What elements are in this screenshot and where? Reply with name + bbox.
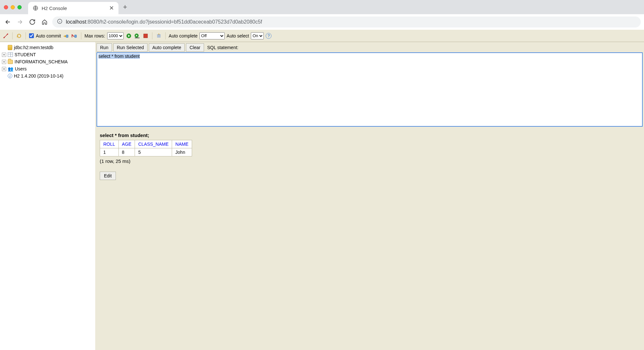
url-host: localhost xyxy=(66,19,86,25)
svg-rect-10 xyxy=(144,34,148,38)
cell-roll: 1 xyxy=(100,148,119,156)
column-header[interactable]: ROLL xyxy=(100,140,119,148)
tree-connection[interactable]: jdbc:h2:mem:testdb xyxy=(1,44,94,51)
globe-icon xyxy=(33,5,38,11)
browser-chrome: H2 Console ✕ + localhost:8080/h2-console… xyxy=(0,0,644,30)
cell-class-name: 5 xyxy=(135,148,172,156)
back-button[interactable] xyxy=(3,17,12,27)
new-tab-button[interactable]: + xyxy=(123,3,127,11)
tab-title: H2 Console xyxy=(42,5,106,11)
auto-commit-checkbox[interactable] xyxy=(29,33,34,38)
address-bar: localhost:8080/h2-console/login.do?jsess… xyxy=(0,14,644,30)
tree-label: INFORMATION_SCHEMA xyxy=(15,59,68,64)
site-info-icon[interactable] xyxy=(57,18,63,26)
close-window-button[interactable] xyxy=(4,5,8,9)
expand-icon[interactable]: + xyxy=(2,53,6,57)
separator xyxy=(152,32,152,39)
history-icon[interactable] xyxy=(156,33,162,39)
home-button[interactable] xyxy=(40,17,49,27)
sql-text: select * from student xyxy=(98,54,140,59)
separator xyxy=(12,32,13,39)
run-icon[interactable] xyxy=(126,33,132,39)
commit-icon[interactable] xyxy=(63,33,69,39)
forward-button[interactable] xyxy=(15,17,25,27)
auto-select-label: Auto select xyxy=(227,33,249,38)
separator xyxy=(81,32,81,39)
auto-complete-label: Auto complete xyxy=(169,33,198,38)
window-controls xyxy=(4,5,22,9)
auto-complete-button[interactable]: Auto complete xyxy=(149,43,185,52)
expand-icon[interactable]: + xyxy=(2,67,6,71)
folder-icon xyxy=(8,60,13,64)
svg-point-5 xyxy=(7,33,8,35)
tree-version: i H2 1.4.200 (2019-10-14) xyxy=(1,72,94,80)
sql-editor[interactable]: select * from student xyxy=(97,52,643,127)
edit-button[interactable]: Edit xyxy=(100,172,116,180)
info-icon: i xyxy=(8,74,12,78)
separator xyxy=(26,32,26,39)
table-header-row: ROLL AGE CLASS_NAME NAME xyxy=(100,140,192,148)
table-icon xyxy=(8,52,13,57)
tree-item-student[interactable]: + STUDENT xyxy=(1,51,94,58)
results-statement: select * from student; xyxy=(100,133,639,138)
auto-commit-label: Auto commit xyxy=(36,33,61,38)
tree-label: Users xyxy=(15,66,27,71)
run-button[interactable]: Run xyxy=(97,43,112,52)
refresh-icon[interactable] xyxy=(16,33,22,39)
cell-name: John xyxy=(172,148,192,156)
stop-icon[interactable] xyxy=(142,33,149,39)
version-label: H2 1.4.200 (2019-10-14) xyxy=(14,73,63,79)
svg-point-4 xyxy=(4,37,5,38)
maximize-window-button[interactable] xyxy=(17,5,22,9)
sidebar: jdbc:h2:mem:testdb + STUDENT + INFORMATI… xyxy=(0,42,95,350)
results-summary: (1 row, 25 ms) xyxy=(100,158,639,164)
expand-icon[interactable]: + xyxy=(2,60,6,64)
clear-button[interactable]: Clear xyxy=(186,43,204,52)
sql-toolbar: Run Run Selected Auto complete Clear SQL… xyxy=(95,42,644,52)
sql-statement-label: SQL statement: xyxy=(207,45,239,50)
auto-select-select[interactable]: On xyxy=(251,32,264,39)
url-field[interactable]: localhost:8080/h2-console/login.do?jsess… xyxy=(52,16,641,27)
svg-rect-7 xyxy=(75,35,77,37)
max-rows-label: Max rows: xyxy=(85,33,105,38)
tree-item-information-schema[interactable]: + INFORMATION_SCHEMA xyxy=(1,58,94,65)
rollback-icon[interactable] xyxy=(71,33,78,39)
help-icon[interactable]: ? xyxy=(266,33,271,39)
column-header[interactable]: NAME xyxy=(172,140,192,148)
table-row[interactable]: 1 8 5 John xyxy=(100,148,192,156)
column-header[interactable]: CLASS_NAME xyxy=(135,140,172,148)
reload-button[interactable] xyxy=(28,17,37,27)
results-table: ROLL AGE CLASS_NAME NAME 1 8 5 John xyxy=(100,140,192,156)
tree-label: STUDENT xyxy=(15,52,36,57)
disconnect-icon[interactable] xyxy=(3,33,9,39)
minimize-window-button[interactable] xyxy=(11,5,15,9)
connection-label: jdbc:h2:mem:testdb xyxy=(14,45,53,50)
url-path: :8080/h2-console/login.do?jsessionid=bf5… xyxy=(86,19,262,25)
run-selected-button[interactable]: Run Selected xyxy=(113,43,148,52)
url-text: localhost:8080/h2-console/login.do?jsess… xyxy=(66,19,262,25)
content-area: Run Run Selected Auto complete Clear SQL… xyxy=(95,42,644,350)
tab-bar: H2 Console ✕ + xyxy=(0,0,644,14)
cell-age: 8 xyxy=(118,148,135,156)
separator xyxy=(165,32,166,39)
max-rows-select[interactable]: 1000 xyxy=(107,32,124,39)
auto-complete-select[interactable]: Off xyxy=(199,32,225,39)
h2-toolbar: Auto commit Max rows: 1000 Auto complete… xyxy=(0,30,644,42)
browser-tab[interactable]: H2 Console ✕ xyxy=(28,2,118,14)
run-selected-icon[interactable] xyxy=(134,33,140,39)
results-panel: select * from student; ROLL AGE CLASS_NA… xyxy=(95,127,644,186)
users-icon: 👥 xyxy=(8,66,13,71)
column-header[interactable]: AGE xyxy=(118,140,135,148)
database-icon xyxy=(8,45,12,50)
main-area: jdbc:h2:mem:testdb + STUDENT + INFORMATI… xyxy=(0,42,644,350)
svg-rect-6 xyxy=(66,35,68,37)
tree-item-users[interactable]: + 👥 Users xyxy=(1,65,94,72)
close-tab-icon[interactable]: ✕ xyxy=(109,5,114,11)
